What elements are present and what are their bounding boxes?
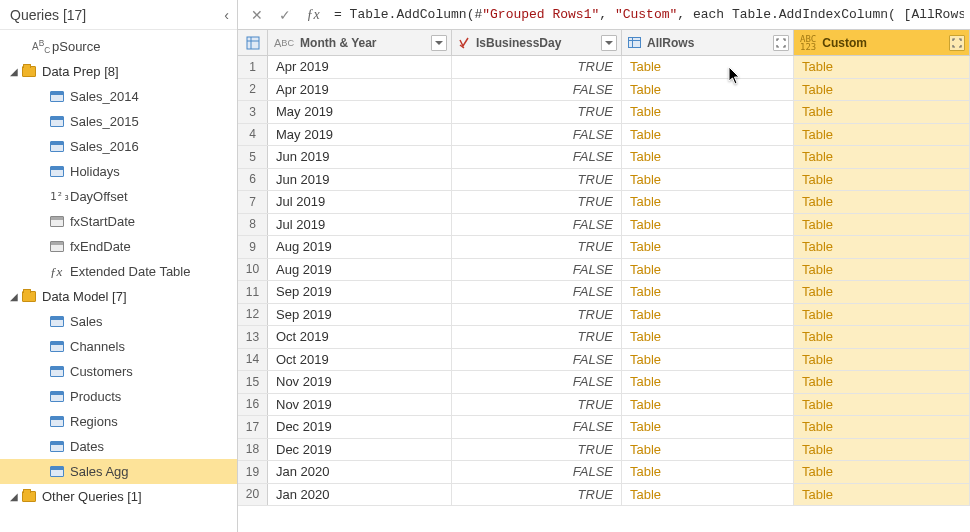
- collapse-panel-icon[interactable]: ‹: [224, 7, 229, 23]
- cell-custom[interactable]: Table: [794, 169, 970, 191]
- cell-custom[interactable]: Table: [794, 349, 970, 371]
- table-row[interactable]: 19Jan 2020FALSETableTable: [238, 461, 970, 484]
- query-pSource[interactable]: ABC pSource: [0, 34, 237, 59]
- cell-allrows[interactable]: Table: [622, 304, 794, 326]
- table-row[interactable]: 15Nov 2019FALSETableTable: [238, 371, 970, 394]
- cell-month-year[interactable]: Jan 2020: [268, 461, 452, 483]
- cell-month-year[interactable]: Dec 2019: [268, 416, 452, 438]
- cell-isbusinessday[interactable]: TRUE: [452, 326, 622, 348]
- table-row[interactable]: 8Jul 2019FALSETableTable: [238, 214, 970, 237]
- cell-isbusinessday[interactable]: TRUE: [452, 56, 622, 78]
- table-row[interactable]: 6Jun 2019TRUETableTable: [238, 169, 970, 192]
- table-row[interactable]: 4May 2019FALSETableTable: [238, 124, 970, 147]
- row-number[interactable]: 13: [238, 326, 268, 348]
- filter-dropdown-icon[interactable]: [601, 35, 617, 51]
- row-number[interactable]: 1: [238, 56, 268, 78]
- table-row[interactable]: 11Sep 2019FALSETableTable: [238, 281, 970, 304]
- cell-custom[interactable]: Table: [794, 304, 970, 326]
- queries-header[interactable]: Queries [17] ‹: [0, 0, 237, 30]
- cell-month-year[interactable]: Oct 2019: [268, 349, 452, 371]
- row-number[interactable]: 9: [238, 236, 268, 258]
- cancel-formula-button[interactable]: ✕: [244, 4, 270, 26]
- row-number[interactable]: 6: [238, 169, 268, 191]
- cell-custom[interactable]: Table: [794, 394, 970, 416]
- filter-dropdown-icon[interactable]: [431, 35, 447, 51]
- cell-allrows[interactable]: Table: [622, 79, 794, 101]
- table-row[interactable]: 1Apr 2019TRUETableTable: [238, 56, 970, 79]
- table-row[interactable]: 20Jan 2020TRUETableTable: [238, 484, 970, 507]
- column-header-allrows[interactable]: AllRows: [622, 30, 794, 55]
- row-number[interactable]: 20: [238, 484, 268, 506]
- cell-month-year[interactable]: Aug 2019: [268, 259, 452, 281]
- cell-month-year[interactable]: Jul 2019: [268, 214, 452, 236]
- cell-allrows[interactable]: Table: [622, 394, 794, 416]
- table-row[interactable]: 5Jun 2019FALSETableTable: [238, 146, 970, 169]
- cell-month-year[interactable]: Sep 2019: [268, 281, 452, 303]
- query-item[interactable]: Channels: [0, 334, 237, 359]
- cell-allrows[interactable]: Table: [622, 484, 794, 506]
- group-data-prep[interactable]: ◢ Data Prep [8]: [0, 59, 237, 84]
- query-item[interactable]: Sales: [0, 309, 237, 334]
- table-row[interactable]: 3May 2019TRUETableTable: [238, 101, 970, 124]
- cell-isbusinessday[interactable]: FALSE: [452, 349, 622, 371]
- table-row[interactable]: 13Oct 2019TRUETableTable: [238, 326, 970, 349]
- query-item[interactable]: Customers: [0, 359, 237, 384]
- cell-month-year[interactable]: Nov 2019: [268, 394, 452, 416]
- group-data-model[interactable]: ◢ Data Model [7]: [0, 284, 237, 309]
- column-header-isbusinessday[interactable]: IsBusinessDay: [452, 30, 622, 55]
- cell-allrows[interactable]: Table: [622, 349, 794, 371]
- cell-custom[interactable]: Table: [794, 281, 970, 303]
- expand-icon[interactable]: [949, 35, 965, 51]
- row-number[interactable]: 7: [238, 191, 268, 213]
- query-item[interactable]: 1²₃DayOffset: [0, 184, 237, 209]
- row-number[interactable]: 15: [238, 371, 268, 393]
- row-number[interactable]: 8: [238, 214, 268, 236]
- row-number[interactable]: 4: [238, 124, 268, 146]
- table-row[interactable]: 14Oct 2019FALSETableTable: [238, 349, 970, 372]
- fx-icon[interactable]: ƒx: [300, 4, 326, 26]
- row-number[interactable]: 3: [238, 101, 268, 123]
- cell-month-year[interactable]: Sep 2019: [268, 304, 452, 326]
- column-header-custom[interactable]: ABC123Custom: [794, 30, 970, 55]
- row-number[interactable]: 18: [238, 439, 268, 461]
- cell-isbusinessday[interactable]: FALSE: [452, 214, 622, 236]
- row-number[interactable]: 14: [238, 349, 268, 371]
- cell-custom[interactable]: Table: [794, 371, 970, 393]
- expand-icon[interactable]: [773, 35, 789, 51]
- row-number[interactable]: 11: [238, 281, 268, 303]
- cell-allrows[interactable]: Table: [622, 214, 794, 236]
- table-row[interactable]: 10Aug 2019FALSETableTable: [238, 259, 970, 282]
- query-item[interactable]: Sales_2015: [0, 109, 237, 134]
- cell-allrows[interactable]: Table: [622, 236, 794, 258]
- cell-custom[interactable]: Table: [794, 326, 970, 348]
- cell-allrows[interactable]: Table: [622, 146, 794, 168]
- cell-month-year[interactable]: Apr 2019: [268, 79, 452, 101]
- cell-allrows[interactable]: Table: [622, 461, 794, 483]
- formula-input[interactable]: = Table.AddColumn(#"Grouped Rows1", "Cus…: [328, 7, 964, 22]
- query-item[interactable]: Dates: [0, 434, 237, 459]
- cell-isbusinessday[interactable]: TRUE: [452, 191, 622, 213]
- group-other-queries[interactable]: ◢ Other Queries [1]: [0, 484, 237, 509]
- table-row[interactable]: 16Nov 2019TRUETableTable: [238, 394, 970, 417]
- cell-custom[interactable]: Table: [794, 259, 970, 281]
- row-number[interactable]: 19: [238, 461, 268, 483]
- cell-isbusinessday[interactable]: TRUE: [452, 169, 622, 191]
- cell-allrows[interactable]: Table: [622, 259, 794, 281]
- cell-allrows[interactable]: Table: [622, 326, 794, 348]
- row-number[interactable]: 2: [238, 79, 268, 101]
- cell-isbusinessday[interactable]: TRUE: [452, 304, 622, 326]
- row-number[interactable]: 16: [238, 394, 268, 416]
- cell-custom[interactable]: Table: [794, 146, 970, 168]
- cell-month-year[interactable]: Oct 2019: [268, 326, 452, 348]
- cell-isbusinessday[interactable]: FALSE: [452, 124, 622, 146]
- table-row[interactable]: 2Apr 2019FALSETableTable: [238, 79, 970, 102]
- cell-isbusinessday[interactable]: TRUE: [452, 439, 622, 461]
- cell-custom[interactable]: Table: [794, 214, 970, 236]
- row-number[interactable]: 10: [238, 259, 268, 281]
- cell-isbusinessday[interactable]: TRUE: [452, 101, 622, 123]
- cell-month-year[interactable]: Dec 2019: [268, 439, 452, 461]
- cell-month-year[interactable]: Jun 2019: [268, 169, 452, 191]
- cell-isbusinessday[interactable]: FALSE: [452, 461, 622, 483]
- cell-custom[interactable]: Table: [794, 56, 970, 78]
- query-item[interactable]: Sales Agg: [0, 459, 237, 484]
